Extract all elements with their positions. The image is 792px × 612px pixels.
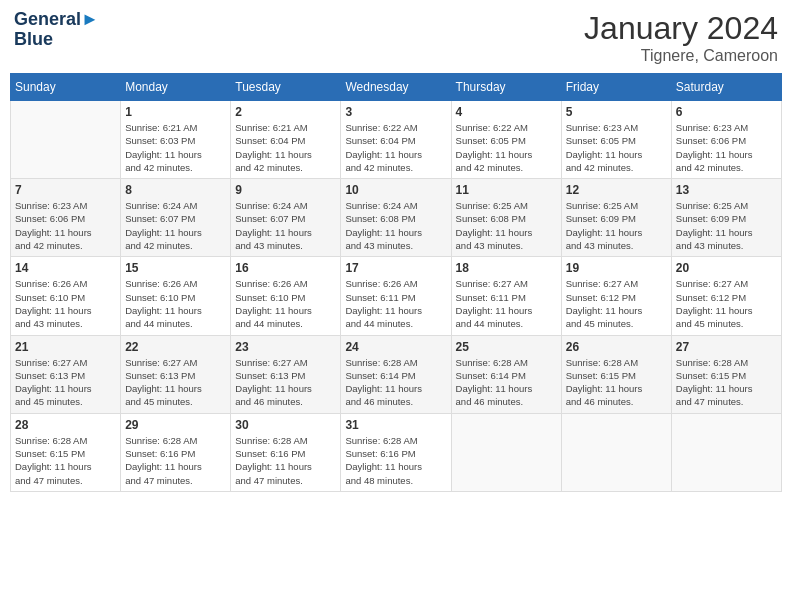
calendar-cell: 7Sunrise: 6:23 AMSunset: 6:06 PMDaylight… [11,179,121,257]
day-number: 3 [345,105,446,119]
calendar-cell [11,101,121,179]
day-number: 28 [15,418,116,432]
calendar-cell: 6Sunrise: 6:23 AMSunset: 6:06 PMDaylight… [671,101,781,179]
calendar-cell: 28Sunrise: 6:28 AMSunset: 6:15 PMDayligh… [11,413,121,491]
day-info: Sunrise: 6:27 AMSunset: 6:13 PMDaylight:… [125,356,226,409]
day-info: Sunrise: 6:25 AMSunset: 6:09 PMDaylight:… [566,199,667,252]
calendar-cell: 30Sunrise: 6:28 AMSunset: 6:16 PMDayligh… [231,413,341,491]
calendar-cell: 13Sunrise: 6:25 AMSunset: 6:09 PMDayligh… [671,179,781,257]
day-info: Sunrise: 6:23 AMSunset: 6:05 PMDaylight:… [566,121,667,174]
day-number: 7 [15,183,116,197]
day-number: 2 [235,105,336,119]
calendar-cell: 16Sunrise: 6:26 AMSunset: 6:10 PMDayligh… [231,257,341,335]
calendar-cell: 12Sunrise: 6:25 AMSunset: 6:09 PMDayligh… [561,179,671,257]
day-info: Sunrise: 6:28 AMSunset: 6:16 PMDaylight:… [235,434,336,487]
day-info: Sunrise: 6:26 AMSunset: 6:10 PMDaylight:… [125,277,226,330]
calendar-table: SundayMondayTuesdayWednesdayThursdayFrid… [10,73,782,492]
calendar-cell: 23Sunrise: 6:27 AMSunset: 6:13 PMDayligh… [231,335,341,413]
calendar-cell: 1Sunrise: 6:21 AMSunset: 6:03 PMDaylight… [121,101,231,179]
day-number: 29 [125,418,226,432]
calendar-cell: 5Sunrise: 6:23 AMSunset: 6:05 PMDaylight… [561,101,671,179]
day-info: Sunrise: 6:23 AMSunset: 6:06 PMDaylight:… [15,199,116,252]
day-info: Sunrise: 6:21 AMSunset: 6:04 PMDaylight:… [235,121,336,174]
day-info: Sunrise: 6:26 AMSunset: 6:10 PMDaylight:… [235,277,336,330]
day-info: Sunrise: 6:23 AMSunset: 6:06 PMDaylight:… [676,121,777,174]
page-header: General►Blue January 2024 Tignere, Camer… [10,10,782,65]
day-number: 8 [125,183,226,197]
day-header-wednesday: Wednesday [341,74,451,101]
day-info: Sunrise: 6:25 AMSunset: 6:08 PMDaylight:… [456,199,557,252]
day-number: 6 [676,105,777,119]
day-number: 1 [125,105,226,119]
calendar-cell: 3Sunrise: 6:22 AMSunset: 6:04 PMDaylight… [341,101,451,179]
calendar-cell: 18Sunrise: 6:27 AMSunset: 6:11 PMDayligh… [451,257,561,335]
week-row-2: 7Sunrise: 6:23 AMSunset: 6:06 PMDaylight… [11,179,782,257]
day-number: 5 [566,105,667,119]
week-row-5: 28Sunrise: 6:28 AMSunset: 6:15 PMDayligh… [11,413,782,491]
day-info: Sunrise: 6:27 AMSunset: 6:12 PMDaylight:… [676,277,777,330]
day-number: 12 [566,183,667,197]
day-info: Sunrise: 6:28 AMSunset: 6:16 PMDaylight:… [345,434,446,487]
day-info: Sunrise: 6:28 AMSunset: 6:15 PMDaylight:… [676,356,777,409]
day-number: 14 [15,261,116,275]
calendar-cell: 8Sunrise: 6:24 AMSunset: 6:07 PMDaylight… [121,179,231,257]
day-info: Sunrise: 6:28 AMSunset: 6:15 PMDaylight:… [566,356,667,409]
day-number: 11 [456,183,557,197]
day-info: Sunrise: 6:25 AMSunset: 6:09 PMDaylight:… [676,199,777,252]
calendar-cell: 31Sunrise: 6:28 AMSunset: 6:16 PMDayligh… [341,413,451,491]
day-number: 25 [456,340,557,354]
calendar-cell: 14Sunrise: 6:26 AMSunset: 6:10 PMDayligh… [11,257,121,335]
day-number: 24 [345,340,446,354]
calendar-cell: 11Sunrise: 6:25 AMSunset: 6:08 PMDayligh… [451,179,561,257]
calendar-cell: 20Sunrise: 6:27 AMSunset: 6:12 PMDayligh… [671,257,781,335]
logo-text: General►Blue [14,10,99,50]
day-number: 10 [345,183,446,197]
day-info: Sunrise: 6:28 AMSunset: 6:14 PMDaylight:… [345,356,446,409]
calendar-cell: 25Sunrise: 6:28 AMSunset: 6:14 PMDayligh… [451,335,561,413]
day-number: 26 [566,340,667,354]
calendar-cell: 22Sunrise: 6:27 AMSunset: 6:13 PMDayligh… [121,335,231,413]
calendar-cell [451,413,561,491]
day-number: 16 [235,261,336,275]
day-header-sunday: Sunday [11,74,121,101]
week-row-3: 14Sunrise: 6:26 AMSunset: 6:10 PMDayligh… [11,257,782,335]
calendar-cell: 29Sunrise: 6:28 AMSunset: 6:16 PMDayligh… [121,413,231,491]
day-header-saturday: Saturday [671,74,781,101]
day-info: Sunrise: 6:27 AMSunset: 6:11 PMDaylight:… [456,277,557,330]
day-info: Sunrise: 6:27 AMSunset: 6:13 PMDaylight:… [235,356,336,409]
day-info: Sunrise: 6:28 AMSunset: 6:15 PMDaylight:… [15,434,116,487]
calendar-cell [671,413,781,491]
week-row-1: 1Sunrise: 6:21 AMSunset: 6:03 PMDaylight… [11,101,782,179]
days-header-row: SundayMondayTuesdayWednesdayThursdayFrid… [11,74,782,101]
location: Tignere, Cameroon [584,47,778,65]
day-header-thursday: Thursday [451,74,561,101]
calendar-cell: 9Sunrise: 6:24 AMSunset: 6:07 PMDaylight… [231,179,341,257]
month-title: January 2024 [584,10,778,47]
day-info: Sunrise: 6:26 AMSunset: 6:10 PMDaylight:… [15,277,116,330]
day-info: Sunrise: 6:21 AMSunset: 6:03 PMDaylight:… [125,121,226,174]
day-header-friday: Friday [561,74,671,101]
day-info: Sunrise: 6:28 AMSunset: 6:16 PMDaylight:… [125,434,226,487]
day-number: 4 [456,105,557,119]
day-number: 17 [345,261,446,275]
day-number: 19 [566,261,667,275]
logo: General►Blue [14,10,99,50]
calendar-cell: 10Sunrise: 6:24 AMSunset: 6:08 PMDayligh… [341,179,451,257]
title-block: January 2024 Tignere, Cameroon [584,10,778,65]
calendar-cell: 24Sunrise: 6:28 AMSunset: 6:14 PMDayligh… [341,335,451,413]
day-info: Sunrise: 6:24 AMSunset: 6:08 PMDaylight:… [345,199,446,252]
day-number: 27 [676,340,777,354]
day-info: Sunrise: 6:22 AMSunset: 6:04 PMDaylight:… [345,121,446,174]
day-number: 22 [125,340,226,354]
calendar-cell: 2Sunrise: 6:21 AMSunset: 6:04 PMDaylight… [231,101,341,179]
day-number: 20 [676,261,777,275]
calendar-cell: 27Sunrise: 6:28 AMSunset: 6:15 PMDayligh… [671,335,781,413]
day-info: Sunrise: 6:22 AMSunset: 6:05 PMDaylight:… [456,121,557,174]
day-info: Sunrise: 6:24 AMSunset: 6:07 PMDaylight:… [125,199,226,252]
day-header-monday: Monday [121,74,231,101]
day-number: 15 [125,261,226,275]
day-number: 9 [235,183,336,197]
calendar-cell: 15Sunrise: 6:26 AMSunset: 6:10 PMDayligh… [121,257,231,335]
day-info: Sunrise: 6:28 AMSunset: 6:14 PMDaylight:… [456,356,557,409]
calendar-cell: 4Sunrise: 6:22 AMSunset: 6:05 PMDaylight… [451,101,561,179]
